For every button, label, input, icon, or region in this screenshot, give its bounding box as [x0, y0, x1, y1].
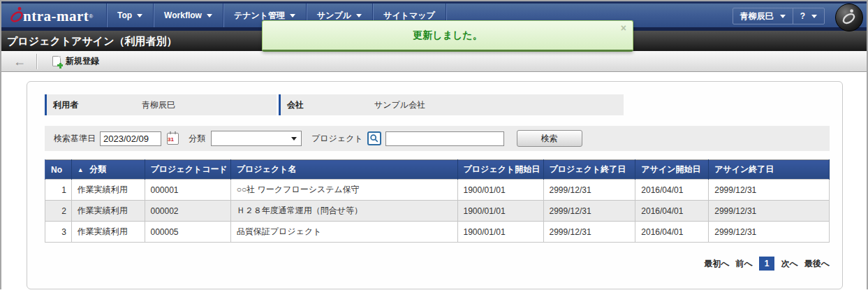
project-assign-table: No ▲ 分類 プロジェクトコード プロジェクト名 プロジェクト開始日 プロジェ… [45, 159, 830, 243]
column-header-assign-start[interactable]: アサイン開始日 [635, 160, 709, 180]
toolbar-separator [36, 54, 37, 69]
intra-mart-logo: ntra-mart ® [1, 3, 106, 27]
cell-assign-start: 2016/04/01 [635, 222, 709, 243]
cell-project-end: 2999/12/31 [543, 180, 635, 201]
app-window: ntra-mart ® Top Workflow テナント管理 サンプル サイト… [0, 0, 868, 289]
cell-project-end: 2999/12/31 [543, 222, 635, 243]
user-name: 青柳辰巳 [740, 10, 774, 22]
cell-project-start: 1900/01/01 [457, 180, 543, 201]
chevron-down-icon [780, 15, 786, 18]
chevron-down-icon [207, 14, 212, 17]
nav-item-top[interactable]: Top [106, 3, 153, 27]
content-area: 利用者 青柳辰巳 会社 サンプル会社 検索基準日 31 分類 [1, 72, 867, 290]
search-button[interactable]: 検索 [517, 130, 582, 147]
column-header-category[interactable]: ▲ 分類 [71, 160, 145, 180]
user-info-row: 利用者 青柳辰巳 会社 サンプル会社 [45, 94, 828, 115]
notification-message: 更新しました。 [413, 29, 482, 42]
company-value: サンプル会社 [372, 94, 624, 115]
user-menu-group: 青柳辰巳 ? [733, 8, 825, 24]
cell-assign-end: 2999/12/31 [709, 201, 830, 222]
column-header-no[interactable]: No [45, 160, 72, 180]
back-arrow-icon: ← [13, 55, 26, 69]
calendar-icon[interactable]: 31 [167, 133, 179, 145]
column-header-project-start[interactable]: プロジェクト開始日 [457, 160, 543, 180]
cell-project-code: 000001 [145, 180, 230, 201]
table-row[interactable]: 1 作業実績利用 000001 ○○社 ワークフローシステム保守 1900/01… [45, 180, 830, 201]
page-title: プロジェクトアサイン（利用者別） [7, 35, 177, 47]
pagination-current-page: 1 [759, 257, 775, 271]
help-menu-button[interactable]: ? [793, 8, 824, 24]
nav-item-workflow[interactable]: Workflow [153, 3, 223, 27]
cell-project-start: 1900/01/01 [457, 201, 543, 222]
pagination: 最初へ 前へ 1 次へ 最後へ [45, 257, 830, 271]
logo-text: ntra-mart [23, 8, 89, 25]
search-lookup-icon[interactable] [367, 131, 381, 145]
cell-project-name: Ｈ２８年度通常運用（問合せ等） [230, 201, 457, 222]
pagination-last[interactable]: 最後へ [804, 258, 830, 270]
main-panel: 利用者 青柳辰巳 会社 サンプル会社 検索基準日 31 分類 [27, 81, 843, 289]
new-entry-button[interactable]: 新規登録 [45, 53, 106, 70]
back-button[interactable]: ← [11, 53, 28, 70]
cell-project-name: ○○社 ワークフローシステム保守 [230, 180, 457, 201]
cell-project-name: 品質保証プロジェクト [230, 222, 457, 243]
intra-mart-brand-icon [835, 3, 863, 31]
pagination-first[interactable]: 最初へ [704, 258, 729, 270]
cell-no: 3 [45, 222, 72, 243]
column-header-assign-end[interactable]: アサイン終了日 [709, 160, 830, 180]
toolbar: ← 新規登録 [1, 51, 867, 72]
pagination-prev[interactable]: 前へ [735, 258, 752, 270]
category-select[interactable] [211, 131, 302, 146]
help-label: ? [800, 11, 805, 21]
intra-mart-logo-swirl-icon [10, 6, 24, 27]
category-label: 分類 [189, 133, 205, 145]
chevron-down-icon [356, 14, 362, 17]
pagination-next[interactable]: 次へ [781, 258, 797, 270]
chevron-down-icon [291, 137, 297, 141]
cell-assign-end: 2999/12/31 [709, 222, 830, 243]
chevron-down-icon [811, 15, 817, 18]
new-entry-label: 新規登録 [66, 55, 99, 67]
logo-registered-mark: ® [89, 13, 93, 20]
project-input[interactable] [385, 131, 504, 146]
project-label: プロジェクト [311, 133, 363, 145]
nav-item-label: Top [117, 3, 132, 27]
cell-project-code: 000005 [145, 222, 230, 243]
sort-ascending-icon: ▲ [78, 166, 84, 173]
nav-item-label: Workflow [164, 3, 202, 27]
cell-assign-end: 2999/12/31 [709, 180, 830, 201]
company-label: 会社 [279, 94, 372, 115]
column-header-project-end[interactable]: プロジェクト終了日 [543, 160, 635, 180]
cell-category: 作業実績利用 [71, 180, 145, 201]
table-row[interactable]: 2 作業実績利用 000002 Ｈ２８年度通常運用（問合せ等） 1900/01/… [45, 201, 830, 222]
column-header-project-name[interactable]: プロジェクト名 [230, 160, 457, 180]
cell-project-end: 2999/12/31 [543, 201, 635, 222]
column-header-project-code[interactable]: プロジェクトコード [145, 160, 230, 180]
cell-assign-start: 2016/04/01 [635, 180, 709, 201]
cell-category: 作業実績利用 [71, 222, 145, 243]
search-bar: 検索基準日 31 分類 プロジェクト [45, 126, 830, 151]
chevron-down-icon [290, 14, 295, 17]
user-label: 利用者 [45, 94, 140, 115]
user-value: 青柳辰巳 [140, 94, 277, 115]
cell-category: 作業実績利用 [71, 201, 145, 222]
cell-no: 2 [45, 201, 72, 222]
chevron-down-icon [137, 14, 142, 17]
user-menu-button[interactable]: 青柳辰巳 [733, 8, 793, 24]
base-date-label: 検索基準日 [54, 133, 96, 145]
cell-no: 1 [45, 180, 72, 201]
base-date-input[interactable] [100, 131, 161, 146]
cell-assign-start: 2016/04/01 [635, 201, 709, 222]
new-document-icon [52, 56, 61, 66]
cell-project-start: 1900/01/01 [457, 222, 543, 243]
table-row[interactable]: 3 作業実績利用 000005 品質保証プロジェクト 1900/01/01 29… [45, 222, 830, 243]
table-header-row: No ▲ 分類 プロジェクトコード プロジェクト名 プロジェクト開始日 プロジェ… [45, 160, 830, 180]
close-icon[interactable]: × [621, 23, 626, 33]
cell-project-code: 000002 [145, 201, 230, 222]
success-notification: 更新しました。 × [262, 20, 633, 52]
